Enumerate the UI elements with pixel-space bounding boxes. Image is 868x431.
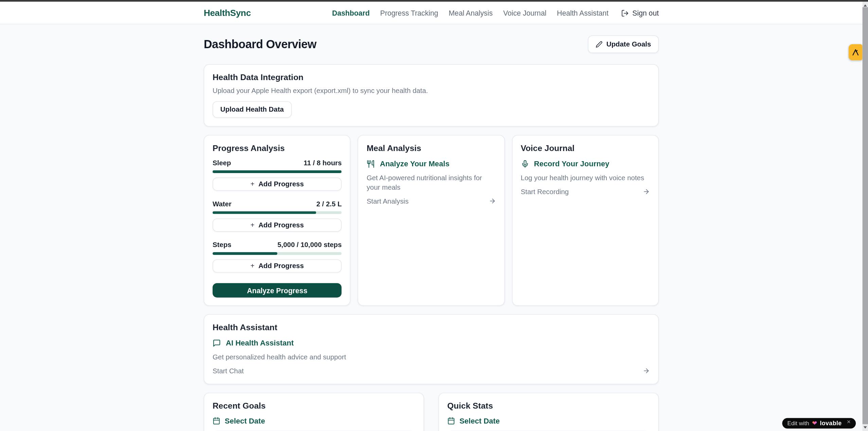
sign-out-label: Sign out xyxy=(632,9,659,17)
steps-progress-bar xyxy=(213,252,342,255)
sleep-progress-bar xyxy=(213,170,342,173)
lovable-a-icon xyxy=(851,48,860,56)
calendar-icon xyxy=(447,417,455,425)
pencil-icon xyxy=(596,41,602,48)
assistant-title: Health Assistant xyxy=(213,322,650,332)
goal-value-steps: 5,000 / 10,000 steps xyxy=(278,241,342,249)
vertical-scrollbar[interactable] xyxy=(863,0,868,431)
utensils-icon xyxy=(367,160,375,168)
add-progress-water-button[interactable]: + Add Progress xyxy=(213,219,342,232)
brand-logo[interactable]: HealthSync xyxy=(204,8,251,18)
sign-out-button[interactable]: Sign out xyxy=(621,9,659,17)
recent-goals-select-date[interactable]: Select Date xyxy=(213,417,415,425)
app-viewport: HealthSync Dashboard Progress Tracking M… xyxy=(0,0,868,431)
window-top-strip xyxy=(0,0,868,2)
progress-title: Progress Analysis xyxy=(213,143,342,153)
heart-icon: ❤ xyxy=(812,419,817,427)
close-icon[interactable]: ✕ xyxy=(847,419,851,424)
voice-journal-card: Voice Journal Record Your Journey Log yo… xyxy=(512,135,659,306)
main-nav: Dashboard Progress Tracking Meal Analysi… xyxy=(332,9,659,17)
nav-item-progress-tracking[interactable]: Progress Tracking xyxy=(380,9,438,17)
nav-item-voice-journal[interactable]: Voice Journal xyxy=(503,9,546,17)
progress-analysis-card: Progress Analysis Sleep 11 / 8 hours + A… xyxy=(204,135,351,306)
quick-stats-card: Quick Stats Select Date Today Yesterday … xyxy=(439,393,659,431)
start-recording-link[interactable]: Start Recording xyxy=(521,188,650,196)
voice-description: Log your health journey with voice notes xyxy=(521,174,650,183)
arrow-right-icon xyxy=(643,368,650,375)
goal-value-water: 2 / 2.5 L xyxy=(316,200,342,208)
update-goals-button[interactable]: Update Goals xyxy=(588,35,659,53)
nav-item-health-assistant[interactable]: Health Assistant xyxy=(557,9,608,17)
health-data-integration-card: Health Data Integration Upload your Appl… xyxy=(204,64,659,127)
upload-health-data-button[interactable]: Upload Health Data xyxy=(213,101,291,118)
integration-description: Upload your Apple Health export (export.… xyxy=(213,87,650,95)
analyze-progress-button[interactable]: Analyze Progress xyxy=(213,283,342,297)
goal-value-sleep: 11 / 8 hours xyxy=(304,159,342,167)
quick-stats-select-date[interactable]: Select Date xyxy=(447,417,650,425)
assistant-description: Get personalized health advice and suppo… xyxy=(213,353,650,362)
plus-icon: + xyxy=(250,180,254,188)
arrow-right-icon xyxy=(489,198,496,205)
plus-icon: + xyxy=(250,221,254,229)
integration-title: Health Data Integration xyxy=(213,72,650,82)
goal-label-sleep: Sleep xyxy=(213,159,231,167)
add-progress-sleep-button[interactable]: + Add Progress xyxy=(213,177,342,191)
meal-analysis-card: Meal Analysis Analyze Your Meals Get AI-… xyxy=(358,135,504,306)
calendar-icon xyxy=(213,417,220,425)
scrollbar-down-arrow[interactable] xyxy=(863,424,868,431)
chat-bubble-icon xyxy=(213,339,221,347)
start-analysis-link[interactable]: Start Analysis xyxy=(367,197,496,205)
badge-brand: lovable xyxy=(820,420,842,427)
scrollbar-thumb[interactable] xyxy=(863,7,868,424)
goal-label-steps: Steps xyxy=(213,241,231,249)
recent-goals-card: Recent Goals Select Date Today Yesterday… xyxy=(204,393,424,431)
goal-label-water: Water xyxy=(213,200,232,208)
meal-description: Get AI-powered nutritional insights for … xyxy=(367,174,496,192)
arrow-right-icon xyxy=(643,188,650,195)
lovable-floating-button[interactable] xyxy=(849,44,863,60)
quick-stats-title: Quick Stats xyxy=(447,401,650,410)
top-navigation-bar: HealthSync Dashboard Progress Tracking M… xyxy=(0,0,863,24)
nav-item-dashboard[interactable]: Dashboard xyxy=(332,9,370,17)
health-assistant-card: Health Assistant AI Health Assistant Get… xyxy=(204,314,659,385)
record-your-journey-link[interactable]: Record Your Journey xyxy=(521,160,650,168)
start-chat-link[interactable]: Start Chat xyxy=(213,367,650,375)
water-progress-bar xyxy=(213,211,342,214)
analyze-your-meals-link[interactable]: Analyze Your Meals xyxy=(367,160,496,168)
voice-title: Voice Journal xyxy=(521,143,650,153)
mic-icon xyxy=(521,160,529,168)
update-goals-label: Update Goals xyxy=(606,40,651,48)
badge-prefix: Edit with xyxy=(787,420,809,427)
edit-with-lovable-badge[interactable]: Edit with ❤ lovable ✕ xyxy=(782,418,856,428)
nav-item-meal-analysis[interactable]: Meal Analysis xyxy=(449,9,493,17)
recent-goals-title: Recent Goals xyxy=(213,401,415,410)
add-progress-steps-button[interactable]: + Add Progress xyxy=(213,259,342,273)
logout-icon xyxy=(621,9,629,17)
meal-title: Meal Analysis xyxy=(367,143,496,153)
page-title: Dashboard Overview xyxy=(204,38,317,51)
ai-health-assistant-link[interactable]: AI Health Assistant xyxy=(213,339,650,347)
plus-icon: + xyxy=(250,262,254,270)
